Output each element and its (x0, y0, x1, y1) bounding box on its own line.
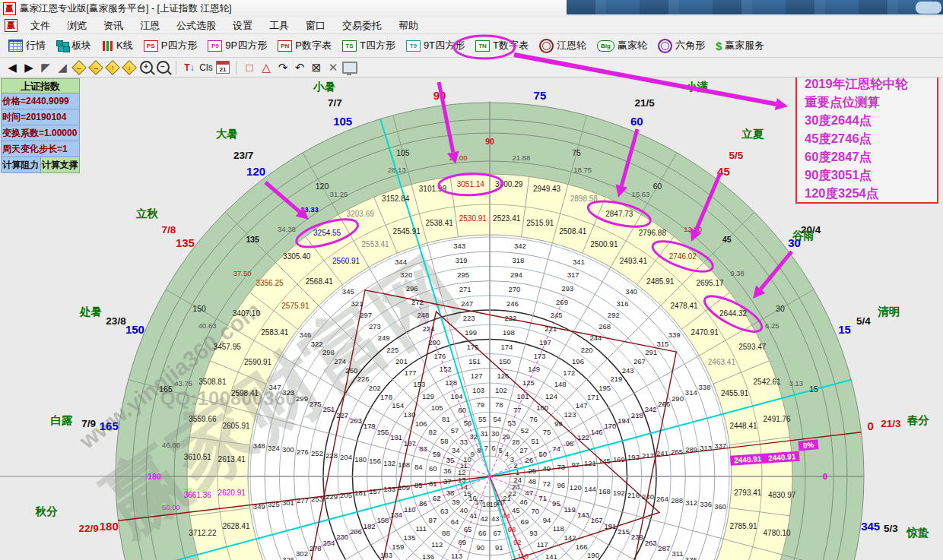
svg-text:134: 134 (390, 511, 402, 519)
svg-text:103: 103 (472, 386, 484, 394)
svg-text:122: 122 (577, 433, 589, 441)
toolbar-winner-wheel[interactable]: Big赢家轮 (592, 39, 652, 52)
svg-text:297: 297 (360, 311, 372, 319)
svg-text:91: 91 (495, 543, 503, 552)
calc-support-button[interactable]: 计算支撑 (41, 157, 81, 173)
window-controls-area[interactable] (916, 2, 941, 14)
toolbar-gann-wheel[interactable]: 江恩轮 (534, 39, 592, 53)
toolbar-label: 六角形 (675, 39, 705, 52)
toolbar-label: 板块 (71, 39, 91, 52)
menu-4[interactable]: 公式选股 (168, 20, 224, 31)
tool-fit-screen[interactable]: ✕ (325, 60, 341, 75)
tool-draw-triangle[interactable]: △ (259, 60, 274, 75)
toolbar-winner-service[interactable]: $赢家服务 (710, 39, 770, 52)
svg-text:264: 264 (656, 495, 668, 503)
tool-pan-left[interactable]: ← (71, 60, 87, 75)
svg-text:57: 57 (451, 426, 459, 435)
svg-text:2605.91: 2605.91 (222, 422, 250, 430)
svg-text:167: 167 (591, 516, 603, 524)
background-window-items (567, 0, 943, 16)
svg-text:2793.41: 2793.41 (734, 489, 762, 497)
svg-text:谷雨: 谷雨 (792, 229, 814, 242)
svg-text:64: 64 (451, 517, 459, 526)
menu-0[interactable]: 文件 (22, 20, 59, 31)
tool-t-down[interactable]: T↓ (182, 60, 197, 75)
menu-bar: 赢 文件浏览资讯江恩公式选股设置工具窗口交易委托帮助 (0, 17, 943, 34)
menu-9[interactable]: 帮助 (390, 20, 427, 31)
tool-nav-forward[interactable]: ▶ (21, 60, 37, 75)
tool-nav-back[interactable]: ◀ (5, 60, 20, 75)
menu-1[interactable]: 浏览 (59, 20, 95, 31)
toolbar-9t-square[interactable]: T99T四方形 (401, 39, 470, 52)
tool-cls[interactable]: Cls (198, 60, 214, 75)
svg-text:23: 23 (512, 482, 520, 491)
toolbar-t-square[interactable]: TST四方形 (337, 39, 401, 52)
tool-rotate-ccw[interactable]: ↶ (292, 60, 307, 75)
svg-text:立秋: 立秋 (135, 207, 159, 220)
toolbar-quotes[interactable]: 行情 (3, 39, 51, 52)
menu-5[interactable]: 设置 (224, 20, 261, 31)
svg-text:59: 59 (433, 450, 441, 458)
tool-rotate-cw[interactable]: ↷ (275, 60, 291, 75)
toolbar-9p-square[interactable]: P99P四方形 (202, 39, 272, 52)
svg-text:2542.61: 2542.61 (754, 378, 782, 386)
toolbar-sectors[interactable]: 板块 (51, 39, 97, 52)
menu-6[interactable]: 工具 (261, 20, 297, 31)
big-icon: Big (597, 40, 614, 52)
svg-text:165: 165 (100, 419, 119, 432)
svg-text:156: 156 (369, 457, 381, 465)
calc-resistance-button[interactable]: 计算阻力 (1, 157, 41, 173)
svg-text:3101.99: 3101.99 (419, 185, 447, 193)
toolbar-hexagon[interactable]: 六角形 (652, 39, 710, 53)
toolbar-t-table[interactable]: TNT数字表 (470, 39, 534, 52)
svg-text:155: 155 (376, 428, 389, 436)
toolbar-label: 9P四方形 (225, 39, 267, 52)
svg-text:180: 180 (100, 520, 119, 533)
toolbar-p-square[interactable]: PSP四方形 (138, 39, 203, 52)
menu-7[interactable]: 窗口 (297, 20, 334, 31)
svg-text:168: 168 (599, 487, 611, 495)
svg-text:226: 226 (357, 375, 370, 383)
tool-display[interactable] (342, 60, 357, 75)
toolbar-kline[interactable]: K线 (97, 39, 138, 52)
menu-8[interactable]: 交易委托 (334, 20, 390, 31)
svg-text:205: 205 (340, 491, 352, 499)
svg-text:144: 144 (584, 485, 596, 493)
svg-text:180: 180 (354, 455, 367, 464)
tool-draw-square[interactable]: □ (242, 60, 257, 75)
svg-text:198: 198 (503, 328, 515, 337)
svg-text:93: 93 (529, 529, 538, 537)
svg-text:249: 249 (378, 334, 390, 342)
svg-text:61: 61 (429, 479, 437, 488)
tool-pan-down[interactable]: ↓ (122, 60, 137, 75)
svg-text:195: 195 (599, 384, 611, 392)
svg-text:247: 247 (461, 299, 473, 308)
svg-text:338: 338 (699, 383, 711, 391)
tool-calendar[interactable]: 21 (215, 60, 230, 75)
svg-text:136: 136 (422, 552, 434, 560)
svg-text:263: 263 (645, 539, 657, 547)
toolbar-label: T数字表 (493, 39, 529, 52)
tool-pan-up[interactable]: ↑ (105, 60, 120, 75)
svg-text:202: 202 (369, 384, 381, 392)
svg-text:105: 105 (431, 403, 443, 412)
toolbar-p-table[interactable]: PNP数字表 (272, 39, 337, 52)
toolbar-label: 行情 (26, 39, 46, 52)
tool-zoom-in[interactable]: + (138, 60, 154, 75)
tool-zoom-out[interactable]: − (155, 60, 170, 75)
tool-delete-box[interactable]: ⊠ (309, 60, 324, 75)
menu-3[interactable]: 江恩 (132, 20, 168, 31)
svg-text:28: 28 (512, 438, 520, 446)
tool-rotate-view-right[interactable]: ◢ (55, 60, 70, 75)
tool-pan-right[interactable]: → (88, 60, 103, 75)
svg-text:2568.41: 2568.41 (306, 277, 334, 286)
svg-text:302: 302 (296, 549, 308, 558)
tool-rotate-view-left[interactable]: ◤ (38, 60, 53, 75)
svg-text:311: 311 (672, 549, 683, 558)
svg-text:150: 150 (499, 357, 511, 365)
gann-wheel-canvas[interactable]: 赢家财富网www.yingjia360.comQQ:10080036012345… (0, 78, 943, 560)
svg-text:273: 273 (369, 322, 381, 331)
menu-2[interactable]: 资讯 (95, 20, 132, 31)
svg-text:158: 158 (376, 516, 389, 524)
svg-text:225: 225 (386, 346, 398, 354)
